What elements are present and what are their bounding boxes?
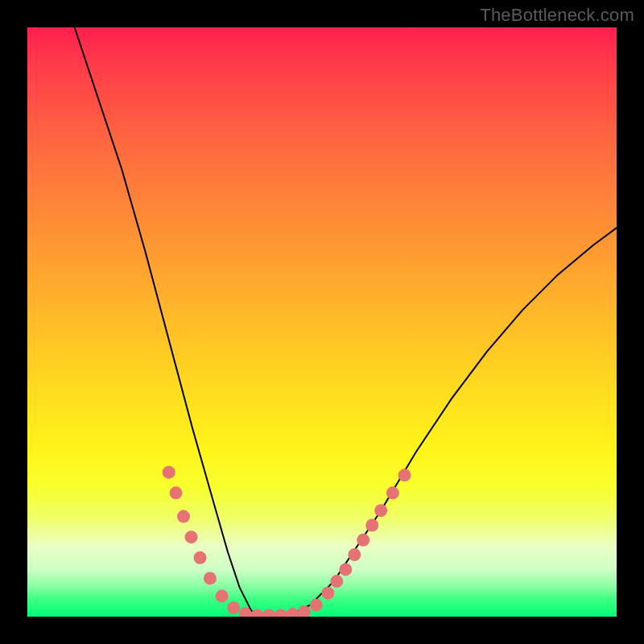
marker-dot	[357, 534, 369, 547]
bottleneck-curve	[75, 27, 617, 617]
marker-dot	[330, 575, 343, 588]
marker-dot	[275, 609, 287, 617]
marker-dot	[251, 609, 264, 617]
marker-dots	[163, 466, 411, 617]
marker-dot	[321, 587, 334, 600]
marker-dot	[227, 601, 240, 614]
marker-dot	[365, 519, 378, 532]
marker-dot	[339, 563, 352, 576]
marker-dot	[286, 608, 299, 617]
marker-dot	[216, 589, 229, 602]
marker-dot	[170, 486, 183, 499]
marker-dot	[298, 605, 311, 617]
marker-dot	[374, 504, 387, 517]
chart-frame: TheBottleneck.com	[0, 0, 644, 644]
marker-dot	[163, 466, 175, 479]
marker-dot	[310, 598, 323, 611]
marker-dot	[398, 469, 411, 481]
marker-dot	[262, 609, 275, 617]
marker-dot	[185, 530, 198, 543]
marker-dot	[386, 486, 399, 499]
plot-area	[27, 27, 617, 617]
marker-dot	[177, 510, 190, 523]
marker-dot	[194, 551, 207, 564]
curve-layer	[27, 27, 617, 617]
watermark-label: TheBottleneck.com	[480, 5, 634, 26]
marker-dot	[348, 548, 361, 561]
marker-dot	[204, 572, 217, 584]
